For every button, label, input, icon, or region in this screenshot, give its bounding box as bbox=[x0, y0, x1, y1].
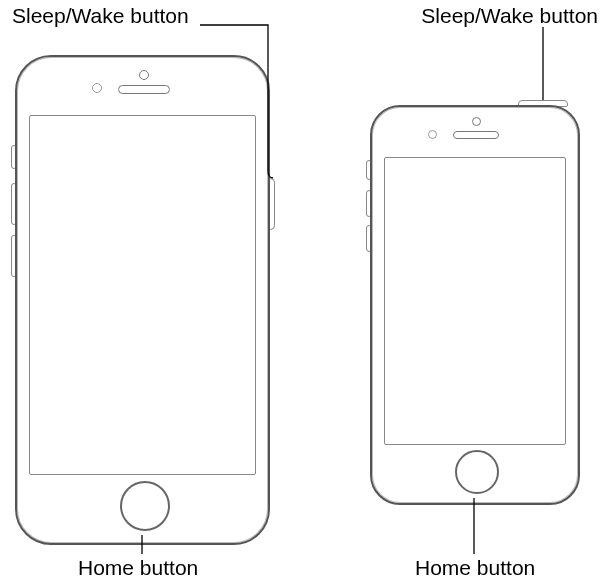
phone-body bbox=[15, 55, 270, 545]
label-sleep-wake-phone1: Sleep/Wake button bbox=[12, 3, 189, 28]
front-camera-icon bbox=[139, 70, 149, 80]
sensor-icon bbox=[92, 83, 102, 93]
screen bbox=[384, 157, 566, 445]
phone-side-button bbox=[15, 55, 270, 545]
phone-body bbox=[370, 105, 580, 505]
home-button bbox=[120, 481, 170, 531]
speaker-icon bbox=[453, 131, 499, 139]
sensor-icon bbox=[428, 130, 437, 139]
label-sleep-wake-phone2: Sleep/Wake button bbox=[421, 3, 598, 28]
phone-top-button bbox=[370, 105, 580, 505]
screen bbox=[29, 115, 256, 475]
speaker-icon bbox=[118, 85, 170, 94]
home-button bbox=[455, 450, 499, 494]
label-home-phone1: Home button bbox=[78, 555, 198, 580]
front-camera-icon bbox=[472, 117, 481, 126]
label-home-phone2: Home button bbox=[415, 555, 535, 580]
